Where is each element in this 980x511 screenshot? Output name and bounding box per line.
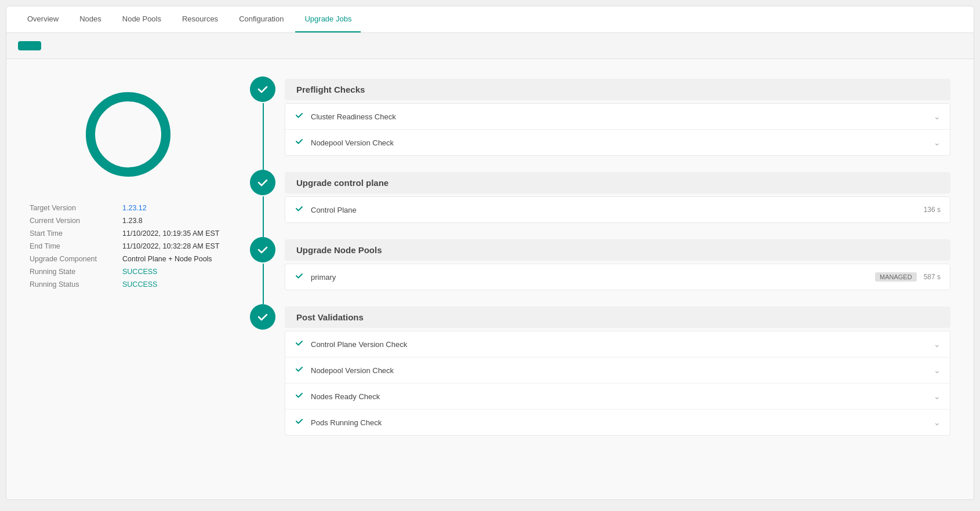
check-icon [295, 417, 304, 428]
info-value: 1.23.8 [122, 217, 143, 225]
donut-chart [82, 88, 175, 181]
sub-item-label: primary [311, 273, 875, 282]
info-label: End Time [30, 242, 122, 250]
list-item: Pods Running Check⌄ [285, 410, 950, 435]
list-item: Nodes Ready Check⌄ [285, 384, 950, 410]
step-circle-post-validations [250, 304, 275, 330]
sub-item-label: Nodepool Version Check [311, 366, 924, 375]
section-title-post-validations: Post Validations [285, 306, 950, 328]
info-row: Target Version1.23.12 [30, 204, 227, 212]
nav-tab-upgrade-jobs[interactable]: Upgrade Jobs [295, 6, 361, 32]
step-circle-upgrade-node-pools [250, 237, 275, 262]
list-item: Control Plane136 s [285, 197, 950, 222]
timeline-connector [263, 103, 264, 170]
info-row: Running StateSUCCESS [30, 268, 227, 276]
timeline-connector [263, 264, 264, 304]
nav-tab-nodes[interactable]: Nodes [70, 6, 111, 32]
sub-item-label: Control Plane [311, 206, 924, 214]
check-icon [295, 364, 304, 376]
sub-item-label: Nodepool Version Check [311, 138, 924, 147]
info-row: Upgrade ComponentControl Plane + Node Po… [30, 255, 227, 263]
sub-item-label: Control Plane Version Check [311, 340, 924, 349]
sub-items-upgrade-control-plane: Control Plane136 s [285, 196, 950, 223]
check-icon [295, 338, 304, 350]
chevron-down-icon[interactable]: ⌄ [934, 418, 941, 427]
svg-point-1 [90, 97, 166, 172]
section-header-upgrade-control-plane: Upgrade control plane [250, 170, 950, 195]
donut-container [30, 88, 227, 181]
info-label: Running State [30, 268, 122, 276]
back-to-upgrade-jobs-button[interactable] [18, 41, 41, 50]
info-label: Current Version [30, 217, 122, 225]
timeline-section-upgrade-node-pools: Upgrade Node PoolsprimaryMANAGED587 s [250, 237, 950, 290]
list-item: Nodepool Version Check⌄ [285, 357, 950, 384]
chevron-down-icon[interactable]: ⌄ [934, 392, 941, 401]
info-label: Running Status [30, 280, 122, 289]
timeline-section-post-validations: Post ValidationsControl Plane Version Ch… [250, 304, 950, 436]
sub-items-preflight: Cluster Readiness Check⌄Nodepool Version… [285, 103, 950, 156]
step-circle-upgrade-control-plane [250, 170, 275, 195]
check-icon [295, 204, 304, 216]
back-bar [6, 33, 974, 59]
info-value: 11/10/2022, 10:32:28 AM EST [122, 242, 219, 250]
nav-tab-node-pools[interactable]: Node Pools [113, 6, 170, 32]
info-value: SUCCESS [122, 280, 157, 289]
content-area: Target Version1.23.12Current Version1.23… [6, 59, 974, 499]
sub-items-post-validations: Control Plane Version Check⌄Nodepool Ver… [285, 331, 950, 436]
info-label: Upgrade Component [30, 255, 122, 263]
info-row: End Time11/10/2022, 10:32:28 AM EST [30, 242, 227, 250]
section-title-preflight: Preflight Checks [285, 79, 950, 100]
list-item: primaryMANAGED587 s [285, 264, 950, 290]
main-container: OverviewNodesNode PoolsResourcesConfigur… [6, 6, 974, 500]
sub-item-time: 587 s [924, 273, 941, 281]
section-header-upgrade-node-pools: Upgrade Node Pools [250, 237, 950, 262]
chevron-down-icon[interactable]: ⌄ [934, 340, 941, 349]
step-circle-preflight [250, 76, 275, 102]
info-value: 11/10/2022, 10:19:35 AM EST [122, 229, 219, 238]
timeline: Preflight ChecksCluster Readiness Check⌄… [250, 76, 950, 436]
sub-item-label: Cluster Readiness Check [311, 112, 924, 121]
nav-tab-overview[interactable]: Overview [18, 6, 68, 32]
list-item: Nodepool Version Check⌄ [285, 130, 950, 155]
list-item: Control Plane Version Check⌄ [285, 331, 950, 357]
chevron-down-icon[interactable]: ⌄ [934, 138, 941, 147]
top-nav: OverviewNodesNode PoolsResourcesConfigur… [6, 6, 974, 33]
info-value: Control Plane + Node Pools [122, 255, 212, 263]
info-label: Target Version [30, 204, 122, 212]
check-icon [295, 137, 304, 148]
info-row: Current Version1.23.8 [30, 217, 227, 225]
timeline-section-upgrade-control-plane: Upgrade control planeControl Plane136 s [250, 170, 950, 223]
info-value: SUCCESS [122, 268, 157, 276]
section-header-post-validations: Post Validations [250, 304, 950, 330]
timeline-connector [263, 196, 264, 237]
info-row: Start Time11/10/2022, 10:19:35 AM EST [30, 229, 227, 238]
section-title-upgrade-node-pools: Upgrade Node Pools [285, 239, 950, 261]
check-icon [295, 390, 304, 402]
section-title-upgrade-control-plane: Upgrade control plane [285, 172, 950, 194]
info-row: Running StatusSUCCESS [30, 280, 227, 289]
nav-tab-configuration[interactable]: Configuration [230, 6, 293, 32]
sub-item-time: 136 s [924, 206, 941, 214]
nav-tab-resources[interactable]: Resources [173, 6, 227, 32]
info-table: Target Version1.23.12Current Version1.23… [30, 204, 227, 293]
check-icon [295, 271, 304, 283]
right-panel: Preflight ChecksCluster Readiness Check⌄… [250, 76, 950, 482]
list-item: Cluster Readiness Check⌄ [285, 104, 950, 130]
chevron-down-icon[interactable]: ⌄ [934, 112, 941, 121]
left-panel: Target Version1.23.12Current Version1.23… [30, 76, 227, 482]
info-label: Start Time [30, 229, 122, 238]
sub-item-label: Pods Running Check [311, 418, 924, 427]
info-value: 1.23.12 [122, 204, 147, 212]
check-icon [295, 111, 304, 122]
managed-badge: MANAGED [875, 272, 917, 282]
section-header-preflight: Preflight Checks [250, 76, 950, 102]
timeline-section-preflight: Preflight ChecksCluster Readiness Check⌄… [250, 76, 950, 156]
donut-wrapper [82, 88, 175, 181]
chevron-down-icon[interactable]: ⌄ [934, 366, 941, 375]
sub-items-upgrade-node-pools: primaryMANAGED587 s [285, 264, 950, 290]
sub-item-label: Nodes Ready Check [311, 392, 924, 401]
